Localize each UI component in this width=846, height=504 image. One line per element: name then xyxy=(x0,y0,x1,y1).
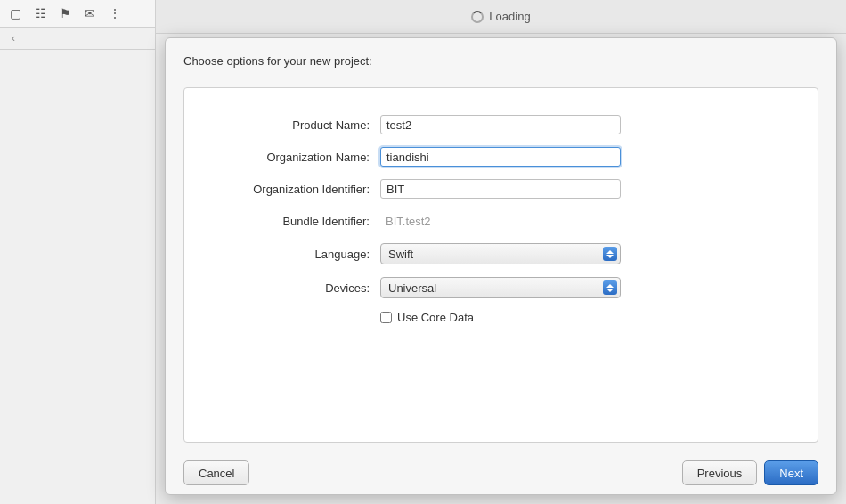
dialog-body: Product Name: Organization Name: Organiz… xyxy=(166,78,836,451)
org-name-label: Organization Name: xyxy=(202,150,380,164)
grid-icon[interactable]: ⋮ xyxy=(107,5,123,21)
product-name-label: Product Name: xyxy=(202,118,380,132)
sidebar: ▢ ☷ ⚑ ✉ ⋮ ‹ xyxy=(0,0,156,504)
chat-icon[interactable]: ✉ xyxy=(82,5,98,21)
language-label: Language: xyxy=(202,248,380,261)
sidebar-toolbar: ▢ ☷ ⚑ ✉ ⋮ xyxy=(0,0,155,28)
bundle-id-label: Bundle Identifier: xyxy=(202,215,380,228)
org-name-row: Organization Name: xyxy=(202,147,800,167)
sidebar-toolbar2: ‹ xyxy=(0,28,155,50)
devices-select[interactable]: Universal iPhone iPad xyxy=(380,277,621,298)
dialog-footer: Cancel Previous Next xyxy=(166,451,836,494)
devices-label: Devices: xyxy=(202,281,380,295)
loading-spinner xyxy=(471,11,484,23)
square-icon[interactable]: ▢ xyxy=(7,5,23,21)
next-button[interactable]: Next xyxy=(764,460,818,485)
product-name-input[interactable] xyxy=(380,115,621,134)
language-select[interactable]: Swift Objective-C xyxy=(380,243,621,264)
org-id-row: Organization Identifier: xyxy=(202,179,800,199)
dialog-header: Choose options for your new project: xyxy=(166,38,836,78)
tag-icon[interactable]: ⚑ xyxy=(57,5,73,21)
org-id-label: Organization Identifier: xyxy=(202,183,380,196)
core-data-checkbox[interactable] xyxy=(380,312,392,323)
chevron-left-icon[interactable]: ‹ xyxy=(7,32,20,45)
list-icon[interactable]: ☷ xyxy=(32,5,48,21)
nav-button-group: Previous Next xyxy=(682,460,818,485)
org-name-input[interactable] xyxy=(380,147,621,167)
form-panel: Product Name: Organization Name: Organiz… xyxy=(183,87,818,443)
language-select-wrapper: Swift Objective-C xyxy=(380,243,621,264)
devices-row: Devices: Universal iPhone iPad xyxy=(202,277,800,298)
language-row: Language: Swift Objective-C xyxy=(202,243,800,264)
product-name-row: Product Name: xyxy=(202,115,800,134)
bundle-id-value: BIT.test2 xyxy=(380,211,621,231)
title-bar: Loading xyxy=(156,0,846,34)
title-bar-content: Loading xyxy=(471,10,530,23)
core-data-row: Use Core Data xyxy=(380,311,800,324)
core-data-label: Use Core Data xyxy=(397,311,474,324)
dialog: Choose options for your new project: Pro… xyxy=(165,37,837,495)
bundle-id-row: Bundle Identifier: BIT.test2 xyxy=(202,211,800,231)
previous-button[interactable]: Previous xyxy=(682,460,758,485)
main-content: Loading Choose options for your new proj… xyxy=(156,0,846,504)
cancel-button[interactable]: Cancel xyxy=(183,460,249,485)
title-text: Loading xyxy=(489,10,530,23)
devices-select-wrapper: Universal iPhone iPad xyxy=(380,277,621,298)
dialog-header-text: Choose options for your new project: xyxy=(183,54,372,68)
org-id-input[interactable] xyxy=(380,179,621,199)
